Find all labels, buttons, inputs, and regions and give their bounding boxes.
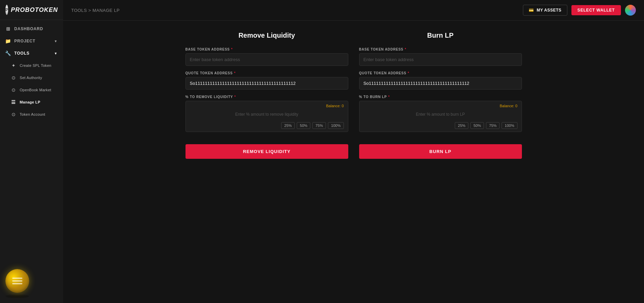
- remove-liquidity-button[interactable]: REMOVE LIQUIDITY: [186, 144, 348, 159]
- sidebar-item-dashboard-label: DASHBOARD: [14, 26, 43, 31]
- burn-pct-buttons: 25% 50% 75% 100%: [364, 122, 518, 129]
- grid-icon: ⊞: [5, 26, 11, 32]
- coin-decoration: [5, 269, 33, 296]
- sidebar-item-dashboard[interactable]: ⊞ DASHBOARD: [0, 23, 63, 35]
- remove-quote-token-label: QUOTE TOKEN ADDRESS *: [186, 71, 348, 75]
- logo-icon: P: [5, 5, 8, 15]
- topbar: TOOLS > MANAGE LP 💳 MY ASSETS SELECT WAL…: [63, 0, 644, 21]
- required-star-6: *: [388, 95, 390, 99]
- required-star-5: *: [408, 71, 409, 75]
- burn-pct-50[interactable]: 50%: [470, 122, 484, 129]
- remove-quote-token-input[interactable]: [186, 77, 348, 90]
- burn-lp-panel: Burn LP BASE TOKEN ADDRESS * QUOTE TOKEN…: [359, 32, 522, 159]
- wallet-icon: 💳: [529, 8, 534, 13]
- remove-balance-row: Balance: 0: [190, 104, 344, 108]
- sidebar-item-project[interactable]: 📁 PROJECT ▼: [0, 35, 63, 47]
- sidebar-item-tools-label: TOOLS: [14, 51, 30, 56]
- sidebar-item-tools[interactable]: 🔧 TOOLS ▼: [0, 47, 63, 59]
- panels-container: Remove Liquidity BASE TOKEN ADDRESS * QU…: [77, 32, 630, 159]
- remove-percent-label: % TO REMOVE LIQUIDITY *: [186, 95, 348, 99]
- remove-base-token-group: BASE TOKEN ADDRESS *: [186, 48, 348, 66]
- manage-lp-icon: ☰: [11, 99, 16, 105]
- burn-percent-box: Balance: 0 Enter % amount to burn LP 25%…: [359, 101, 522, 132]
- remove-pct-buttons: 25% 50% 75% 100%: [190, 122, 344, 129]
- required-star-2: *: [234, 71, 236, 75]
- sidebar-item-create-spl-label: Create SPL Token: [20, 63, 51, 68]
- my-assets-label: MY ASSETS: [536, 8, 561, 13]
- remove-quote-token-group: QUOTE TOKEN ADDRESS *: [186, 71, 348, 90]
- page-body: Remove Liquidity BASE TOKEN ADDRESS * QU…: [63, 21, 644, 303]
- breadcrumb: TOOLS > MANAGE LP: [71, 8, 120, 13]
- select-wallet-button[interactable]: SELECT WALLET: [571, 5, 621, 15]
- burn-quote-token-label: QUOTE TOKEN ADDRESS *: [359, 71, 522, 75]
- burn-pct-25[interactable]: 25%: [455, 122, 468, 129]
- remove-base-token-label: BASE TOKEN ADDRESS *: [186, 48, 348, 51]
- burn-amount-placeholder: Enter % amount to burn LP: [364, 109, 518, 119]
- burn-percent-label: % TO BURN LP *: [359, 95, 522, 99]
- token-account-icon: ⊙: [11, 112, 16, 117]
- wallet-avatar: [625, 5, 636, 16]
- logo-area: P PROBOTOKEN: [0, 0, 63, 20]
- burn-balance-row: Balance: 0: [364, 104, 518, 108]
- burn-lp-title: Burn LP: [359, 32, 522, 39]
- tools-arrow-icon: ▼: [54, 52, 58, 55]
- my-assets-button[interactable]: 💳 MY ASSETS: [523, 5, 567, 16]
- openbook-icon: ⊙: [11, 87, 16, 93]
- sidebar-item-token-account[interactable]: ⊙ Token Account: [0, 108, 63, 120]
- required-star-4: *: [405, 48, 407, 51]
- burn-quote-token-input[interactable]: [359, 77, 522, 90]
- remove-percent-group: % TO REMOVE LIQUIDITY * Balance: 0 Enter…: [186, 95, 348, 132]
- sidebar-item-openbook[interactable]: ⊙ OpenBook Market: [0, 84, 63, 96]
- sidebar-item-project-label: PROJECT: [14, 39, 35, 43]
- sidebar: P PROBOTOKEN ⊞ DASHBOARD 📁 PROJECT ▼ 🔧 T…: [0, 0, 63, 303]
- folder-icon: 📁: [5, 38, 11, 44]
- wrench-icon: 🔧: [5, 51, 11, 56]
- remove-percent-box: Balance: 0 Enter % amount to remove liqu…: [186, 101, 348, 132]
- sidebar-item-create-spl[interactable]: ✦ Create SPL Token: [0, 59, 63, 72]
- burn-quote-token-group: QUOTE TOKEN ADDRESS *: [359, 71, 522, 90]
- remove-pct-25[interactable]: 25%: [281, 122, 295, 129]
- main-content: TOOLS > MANAGE LP 💳 MY ASSETS SELECT WAL…: [63, 0, 644, 303]
- required-star: *: [231, 48, 233, 51]
- burn-pct-100[interactable]: 100%: [502, 122, 517, 129]
- burn-base-token-label: BASE TOKEN ADDRESS *: [359, 48, 522, 51]
- topbar-right: 💳 MY ASSETS SELECT WALLET: [523, 5, 636, 16]
- remove-pct-50[interactable]: 50%: [297, 122, 310, 129]
- remove-liquidity-title: Remove Liquidity: [186, 32, 348, 39]
- burn-base-token-input[interactable]: [359, 53, 522, 66]
- required-star-3: *: [234, 95, 236, 99]
- remove-pct-100[interactable]: 100%: [328, 122, 344, 129]
- remove-balance-text: Balance: 0: [326, 104, 344, 108]
- sidebar-item-set-authority[interactable]: ⊙ Set Authority: [0, 72, 63, 84]
- sidebar-item-authority-label: Set Authority: [20, 76, 42, 80]
- remove-amount-placeholder: Enter % amount to remove liquidity: [190, 109, 344, 119]
- burn-lp-button[interactable]: BURN LP: [359, 144, 522, 159]
- sidebar-item-manage-lp[interactable]: ☰ Manage LP: [0, 96, 63, 108]
- sidebar-item-openbook-label: OpenBook Market: [20, 88, 51, 92]
- remove-base-token-input[interactable]: [186, 53, 348, 66]
- sidebar-nav: ⊞ DASHBOARD 📁 PROJECT ▼ 🔧 TOOLS ▼ ✦ Crea…: [0, 20, 63, 303]
- burn-pct-75[interactable]: 75%: [486, 122, 500, 129]
- burn-percent-group: % TO BURN LP * Balance: 0 Enter % amount…: [359, 95, 522, 132]
- logo-text: PROBOTOKEN: [11, 6, 58, 14]
- remove-pct-75[interactable]: 75%: [312, 122, 326, 129]
- burn-balance-text: Balance: 0: [500, 104, 518, 108]
- burn-base-token-group: BASE TOKEN ADDRESS *: [359, 48, 522, 66]
- create-spl-icon: ✦: [11, 63, 16, 68]
- sidebar-item-manage-lp-label: Manage LP: [20, 100, 40, 104]
- remove-liquidity-panel: Remove Liquidity BASE TOKEN ADDRESS * QU…: [186, 32, 348, 159]
- authority-icon: ⊙: [11, 75, 16, 80]
- project-arrow-icon: ▼: [54, 39, 58, 43]
- sidebar-item-token-account-label: Token Account: [20, 112, 45, 116]
